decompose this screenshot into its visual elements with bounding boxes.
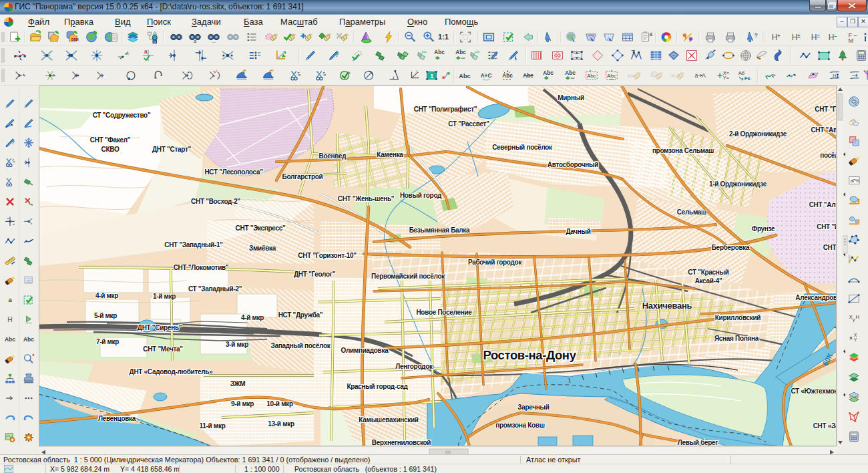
svg-text:M: M — [849, 37, 854, 44]
svg-text:–: – — [854, 33, 857, 39]
svg-text:H: H — [7, 316, 12, 323]
svg-text:Дачный: Дачный — [566, 228, 590, 235]
svg-text:a: a — [144, 49, 148, 55]
svg-text:H: H — [772, 33, 778, 42]
svg-text:СТ "Красный: СТ "Красный — [688, 269, 729, 276]
svg-text:Красный город-сад: Красный город-сад — [347, 383, 408, 390]
svg-text:Фрунзе: Фрунзе — [752, 225, 775, 232]
svg-text:Fk: Fk — [744, 75, 751, 82]
svg-text:ДНТ «Садовод-любитель»: ДНТ «Садовод-любитель» — [130, 368, 214, 375]
svg-text:ЗЖМ: ЗЖМ — [230, 380, 245, 387]
svg-text:1: 1 — [430, 73, 433, 80]
svg-text:Левый берег: Левый берег — [678, 439, 718, 446]
svg-text:2-й Орджоникидзе: 2-й Орджоникидзе — [729, 130, 787, 138]
svg-text:СКВО: СКВО — [101, 146, 120, 153]
svg-text:H: H — [856, 314, 859, 320]
svg-text:СТ "Западный-2": СТ "Западный-2" — [188, 285, 242, 293]
svg-text:?: ? — [11, 139, 15, 146]
svg-text:H: H — [833, 73, 836, 79]
svg-text:СТ "Рассвет": СТ "Рассвет" — [448, 120, 489, 128]
svg-text:СНТ "Восход-2": СНТ "Восход-2" — [191, 198, 240, 205]
svg-text:СНТ "Горизонт-10": СНТ "Горизонт-10" — [298, 252, 357, 259]
svg-text:Первомайский посёлок: Первомайский посёлок — [371, 273, 445, 280]
svg-text:Новый город: Новый город — [400, 192, 442, 199]
svg-text:X: X — [854, 333, 857, 337]
svg-text:ДНТ "Геолог": ДНТ "Геолог" — [294, 271, 336, 278]
svg-text:90: 90 — [556, 53, 560, 57]
svg-text:НСТ "Дружба": НСТ "Дружба" — [278, 311, 323, 319]
svg-text:Александровк: Александровк — [795, 294, 837, 301]
svg-text:посёло: посёло — [820, 152, 837, 159]
svg-text:a: a — [650, 31, 653, 37]
svg-text:Abc: Abc — [5, 336, 15, 343]
svg-text:Новое Поселение: Новое Поселение — [416, 309, 472, 316]
svg-text:a: a — [8, 297, 12, 303]
svg-text:L: L — [417, 69, 419, 73]
svg-text:Abc: Abc — [455, 49, 466, 55]
svg-text:±: ± — [797, 33, 801, 39]
svg-text:Нахичевань: Нахичевань — [642, 301, 692, 311]
svg-text:7-й мкр: 7-й мкр — [96, 338, 119, 345]
svg-text:СНТ "Полиграфист": СНТ "Полиграфист" — [414, 106, 477, 113]
svg-text:Автосборочный: Автосборочный — [548, 161, 598, 168]
svg-text:Y=: Y= — [723, 75, 729, 81]
svg-text:СНТ "И: СНТ "И — [817, 223, 837, 230]
svg-text:?: ? — [335, 51, 339, 58]
svg-text:–: – — [834, 33, 837, 39]
svg-text:СНТ «За: СНТ «За — [813, 422, 837, 430]
svg-text:Abc: Abc — [23, 336, 34, 343]
svg-text:5-й мкр: 5-й мкр — [94, 312, 117, 319]
svg-text:Ростов-на-Дону: Ростов-на-Дону — [483, 348, 576, 362]
svg-text:Змиёвка: Змиёвка — [249, 245, 276, 252]
svg-text:СТ "Содружество": СТ "Содружество" — [93, 112, 151, 119]
svg-text:10-й мкр: 10-й мкр — [266, 400, 293, 408]
svg-text:1:1: 1:1 — [438, 33, 449, 41]
svg-text:ДНТ "Сирень": ДНТ "Сирень" — [138, 324, 182, 331]
svg-text:Abc: Abc — [502, 73, 513, 79]
svg-text:Y: Y — [854, 337, 857, 342]
svg-text:СНТ "Алм: СНТ "Алм — [809, 201, 837, 208]
svg-text:Безымянная Балка: Безымянная Балка — [409, 226, 470, 234]
svg-text:...: ... — [212, 38, 216, 44]
svg-text:Аксай-4": Аксай-4" — [695, 277, 722, 285]
svg-text:Олимпиадовка: Олимпиадовка — [341, 347, 389, 354]
svg-text:ДНТ "Старт": ДНТ "Старт" — [152, 146, 192, 153]
svg-text:Abc: Abc — [587, 73, 596, 79]
svg-text:Abc: Abc — [434, 49, 445, 55]
svg-text:Берберовка: Берберовка — [712, 244, 750, 251]
svg-text:Сельмаш: Сельмаш — [677, 208, 706, 216]
svg-text:Военвед: Военвед — [319, 152, 347, 160]
svg-text:H: H — [829, 33, 835, 42]
svg-text:СНТ "Западный-1": СНТ "Западный-1" — [164, 241, 223, 249]
svg-text:Северный посёлок: Северный посёлок — [492, 144, 553, 151]
svg-text:1-й мкр: 1-й мкр — [153, 293, 176, 300]
svg-text:Болгарстрой: Болгарстрой — [282, 173, 323, 180]
svg-text:Верхнегниловской: Верхнегниловской — [372, 439, 431, 446]
svg-text:СНТ "Факел": СНТ "Факел" — [90, 136, 131, 144]
svg-text:A: A — [702, 72, 706, 79]
svg-text:промзона Ковш: промзона Ковш — [495, 422, 544, 429]
svg-text:H: H — [811, 33, 817, 42]
svg-text:Мирный: Мирный — [558, 94, 584, 102]
svg-text:промзона Сельмаш: промзона Сельмаш — [652, 147, 714, 154]
svg-text:СНТ ": СНТ " — [823, 244, 837, 251]
svg-text:Западный посёлок: Западный посёлок — [271, 342, 331, 349]
svg-text:9-й мкр: 9-й мкр — [231, 400, 254, 408]
svg-text:Abc: Abc — [607, 73, 616, 79]
svg-text:Abc: Abc — [565, 70, 576, 76]
svg-text:Abc: Abc — [543, 70, 554, 76]
svg-text:a: a — [695, 73, 698, 79]
svg-text:H: H — [792, 33, 798, 42]
svg-text:СНТ "Жень-шень": СНТ "Жень-шень" — [338, 195, 395, 202]
svg-text:7%: 7% — [853, 178, 860, 184]
svg-text:A+C: A+C — [481, 73, 492, 79]
svg-text:3-й мкр: 3-й мкр — [226, 341, 248, 348]
svg-text:+: + — [777, 33, 781, 39]
svg-text:СНТ "По: СНТ "По — [815, 106, 837, 113]
svg-text:DBM: DBM — [71, 38, 79, 41]
svg-text:4-й мкр: 4-й мкр — [241, 314, 264, 321]
svg-text:СНТ "Мечта": СНТ "Мечта" — [143, 345, 183, 353]
svg-text:Abc: Abc — [459, 73, 470, 80]
svg-text:11-й мкр: 11-й мкр — [200, 422, 226, 430]
svg-text:НСТ "Лесополоса": НСТ "Лесополоса" — [204, 168, 263, 176]
